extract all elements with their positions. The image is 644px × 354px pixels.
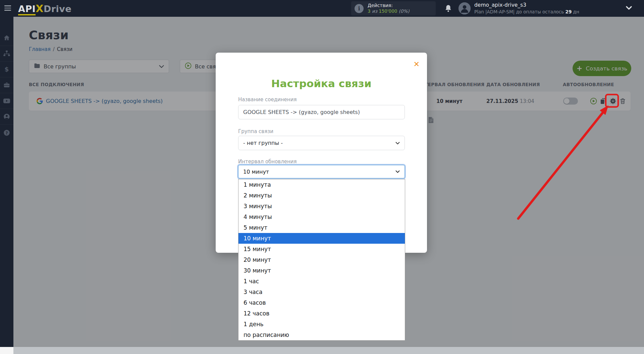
logo-api: API <box>18 4 36 14</box>
interval-option[interactable]: 1 день <box>238 319 405 330</box>
group-select[interactable]: - нет группы - <box>238 136 405 150</box>
interval-option[interactable]: 5 минут <box>238 222 405 233</box>
connection-name-input[interactable] <box>238 105 405 119</box>
svg-text:$: $ <box>5 66 9 73</box>
hamburger-menu-icon[interactable] <box>4 5 12 11</box>
interval-option[interactable]: 30 минут <box>238 265 405 276</box>
interval-option[interactable]: 3 минуты <box>238 201 405 212</box>
sidebar-item-help[interactable]: ? <box>0 125 13 140</box>
modal-title: Настройка связи <box>216 77 427 90</box>
group-field-label: Группа связи <box>238 128 273 134</box>
user-avatar[interactable] <box>459 2 471 14</box>
sidebar: $ ? <box>0 17 13 347</box>
notifications-bell-icon[interactable] <box>444 4 452 14</box>
interval-option[interactable]: 1 час <box>238 276 405 287</box>
user-name: demo_apix-drive_s3 <box>474 2 579 8</box>
chevron-down-icon[interactable] <box>626 6 632 10</box>
interval-option[interactable]: 15 минут <box>238 244 405 254</box>
user-menu[interactable]: demo_apix-drive_s3 Plan |ADM-AP-SM| до о… <box>474 2 579 14</box>
interval-select[interactable]: 10 минут <box>238 165 405 178</box>
logo-x: X <box>36 3 44 14</box>
interval-option[interactable]: 3 часа <box>238 287 405 297</box>
interval-option[interactable]: 1 минута <box>238 179 405 190</box>
question-icon: ? <box>3 129 10 136</box>
interval-option[interactable]: 4 минуты <box>238 212 405 222</box>
sidebar-item-billing[interactable]: $ <box>0 62 13 77</box>
chevron-down-icon <box>395 142 400 144</box>
logo-drive: Drive <box>44 4 71 14</box>
interval-option[interactable]: 2 минуты <box>238 190 405 201</box>
profile-icon <box>3 113 10 120</box>
scrollbar-corner <box>0 347 13 354</box>
app-logo[interactable]: APIXDrive <box>18 3 71 14</box>
sidebar-item-home[interactable] <box>0 30 13 46</box>
youtube-icon <box>3 97 11 105</box>
actions-label: Действия: <box>368 3 410 9</box>
sidebar-item-cases[interactable] <box>0 77 13 93</box>
sidebar-item-video[interactable] <box>0 93 13 109</box>
actions-counter[interactable]: i Действия: 3 из 150'000 (0%) <box>351 1 436 15</box>
info-icon: i <box>355 4 364 13</box>
interval-option[interactable]: 12 часов <box>238 308 405 319</box>
sitemap-icon <box>3 50 10 57</box>
close-icon[interactable]: ✕ <box>414 61 420 68</box>
interval-option[interactable]: 20 минут <box>238 254 405 265</box>
interval-option[interactable]: по расписанию <box>238 330 405 340</box>
interval-option[interactable]: 6 часов <box>238 297 405 308</box>
actions-usage: 3 из 150'000 (0%) <box>368 8 410 14</box>
chevron-down-icon <box>395 170 400 173</box>
logo-underline <box>18 14 36 15</box>
dollar-icon: $ <box>3 66 10 73</box>
topbar: APIXDrive i Действия: 3 из 150'000 (0%) … <box>0 0 644 17</box>
sidebar-item-profile[interactable] <box>0 109 13 125</box>
svg-text:?: ? <box>6 130 8 135</box>
interval-option[interactable]: 10 минут <box>238 233 405 244</box>
user-plan: Plan |ADM-AP-SM| до оплаты осталось 29 д… <box>474 9 579 14</box>
horizontal-scrollbar[interactable] <box>13 347 644 354</box>
interval-field-label: Интервал обновления <box>238 159 297 165</box>
interval-select-value: 10 минут <box>243 169 269 175</box>
name-field-label: Название соединения <box>238 97 297 103</box>
sidebar-item-connections[interactable] <box>0 46 13 62</box>
briefcase-icon <box>3 81 10 89</box>
interval-options-list: 1 минута2 минуты3 минуты4 минуты5 минут1… <box>238 179 405 341</box>
group-select-value: - нет группы - <box>243 140 283 146</box>
home-icon <box>3 34 10 42</box>
